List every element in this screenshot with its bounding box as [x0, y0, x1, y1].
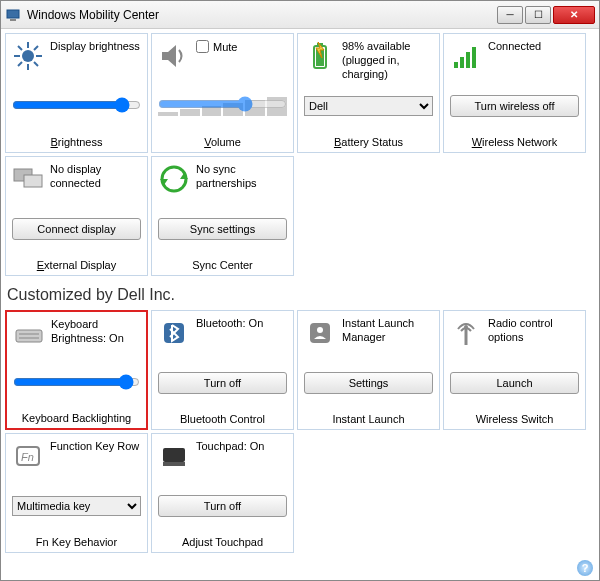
tile-external-display: No display connected Connect display Ext… [5, 156, 148, 276]
antenna-icon [450, 317, 482, 349]
svg-point-2 [22, 50, 34, 62]
fn-key-label: Function Key Row [50, 440, 139, 454]
maximize-button[interactable]: ☐ [525, 6, 551, 24]
svg-rect-17 [460, 57, 464, 68]
brightness-slider[interactable] [12, 97, 141, 113]
touchpad-icon [158, 440, 190, 472]
close-button[interactable]: ✕ [553, 6, 595, 24]
instant-launch-footer: Instant Launch [304, 409, 433, 425]
tile-wireless-switch: Radio control options Launch Wireless Sw… [443, 310, 586, 430]
fn-key-select[interactable]: Multimedia key [12, 496, 141, 516]
tile-volume: Mute Volume [151, 33, 294, 153]
fn-key-footer: Fn Key Behavior [12, 532, 141, 548]
brightness-footer: Brightness [12, 132, 141, 148]
svg-rect-0 [7, 10, 19, 18]
svg-rect-1 [10, 19, 16, 21]
brightness-icon [12, 40, 44, 72]
mute-checkbox-label[interactable]: Mute [196, 40, 237, 53]
svg-rect-35 [163, 448, 185, 462]
custom-section-title: Customized by Dell Inc. [5, 276, 595, 310]
fn-key-icon: Fn [12, 440, 44, 472]
battery-footer: Battery Status [304, 132, 433, 148]
bluetooth-icon [158, 317, 190, 349]
window-title: Windows Mobility Center [27, 8, 497, 22]
sync-footer: Sync Center [158, 255, 287, 271]
external-display-footer: External Display [12, 255, 141, 271]
svg-line-9 [18, 62, 22, 66]
instant-launch-icon [304, 317, 336, 349]
svg-point-32 [464, 325, 468, 329]
sync-settings-button[interactable]: Sync settings [158, 218, 287, 240]
svg-rect-16 [454, 62, 458, 68]
tile-bluetooth: Bluetooth: On Turn off Bluetooth Control [151, 310, 294, 430]
svg-rect-19 [472, 47, 476, 68]
svg-marker-11 [162, 45, 176, 67]
tile-sync-center: No sync partnerships Sync settings Sync … [151, 156, 294, 276]
tile-wireless: Connected Turn wireless off Wireless Net… [443, 33, 586, 153]
tile-brightness: Display brightness Brightness [5, 33, 148, 153]
content-area: Display brightness Brightness Mute Volum… [1, 29, 599, 557]
window-buttons: ─ ☐ ✕ [497, 6, 595, 24]
radio-label: Radio control options [488, 317, 579, 345]
bluetooth-label: Bluetooth: On [196, 317, 263, 331]
external-display-label: No display connected [50, 163, 141, 191]
tile-grid-dell: Keyboard Brightness: On Keyboard Backlig… [5, 310, 595, 553]
svg-line-10 [34, 46, 38, 50]
touchpad-label: Touchpad: On [196, 440, 265, 454]
wireless-toggle-button[interactable]: Turn wireless off [450, 95, 579, 117]
mobility-center-window: { "window": { "title": "Windows Mobility… [0, 0, 600, 581]
connect-display-button[interactable]: Connect display [12, 218, 141, 240]
minimize-button[interactable]: ─ [497, 6, 523, 24]
svg-line-8 [34, 62, 38, 66]
battery-status-label: 98% available (plugged in, charging) [342, 40, 433, 81]
svg-line-7 [18, 46, 22, 50]
app-icon [5, 7, 21, 23]
touchpad-toggle-button[interactable]: Turn off [158, 495, 287, 517]
svg-text:Fn: Fn [21, 451, 34, 463]
volume-footer: Volume [158, 132, 287, 148]
sync-icon [158, 163, 190, 195]
sync-label: No sync partnerships [196, 163, 287, 191]
tile-grid-main: Display brightness Brightness Mute Volum… [5, 33, 595, 276]
svg-rect-37 [174, 462, 185, 466]
svg-point-30 [317, 327, 323, 333]
power-plan-select[interactable]: Dell [304, 96, 433, 116]
bluetooth-footer: Bluetooth Control [158, 409, 287, 425]
tile-instant-launch: Instant Launch Manager Settings Instant … [297, 310, 440, 430]
titlebar: Windows Mobility Center ─ ☐ ✕ [1, 1, 599, 29]
bluetooth-toggle-button[interactable]: Turn off [158, 372, 287, 394]
radio-footer: Wireless Switch [450, 409, 579, 425]
battery-icon [304, 40, 336, 72]
keyboard-icon [13, 318, 45, 350]
keyboard-footer: Keyboard Backlighting [13, 408, 140, 424]
svg-rect-21 [24, 175, 42, 187]
wireless-label: Connected [488, 40, 541, 54]
radio-launch-button[interactable]: Launch [450, 372, 579, 394]
tile-fn-key: Fn Function Key Row Multimedia key Fn Ke… [5, 433, 148, 553]
tile-keyboard-backlighting: Keyboard Brightness: On Keyboard Backlig… [5, 310, 148, 430]
instant-launch-label: Instant Launch Manager [342, 317, 433, 345]
keyboard-brightness-label: Keyboard Brightness: On [51, 318, 140, 346]
svg-rect-36 [163, 462, 174, 466]
external-display-icon [12, 163, 44, 195]
tile-battery: 98% available (plugged in, charging) Del… [297, 33, 440, 153]
instant-launch-settings-button[interactable]: Settings [304, 372, 433, 394]
wireless-footer: Wireless Network [450, 132, 579, 148]
tile-touchpad: Touchpad: On Turn off Adjust Touchpad [151, 433, 294, 553]
wifi-signal-icon [450, 40, 482, 72]
help-icon[interactable]: ? [577, 560, 593, 576]
touchpad-footer: Adjust Touchpad [158, 532, 287, 548]
speaker-icon [158, 40, 190, 72]
keyboard-brightness-slider[interactable] [13, 374, 140, 390]
volume-slider[interactable] [158, 96, 287, 112]
svg-rect-18 [466, 52, 470, 68]
mute-checkbox[interactable] [196, 40, 209, 53]
svg-rect-25 [16, 330, 42, 342]
brightness-label: Display brightness [50, 40, 140, 54]
